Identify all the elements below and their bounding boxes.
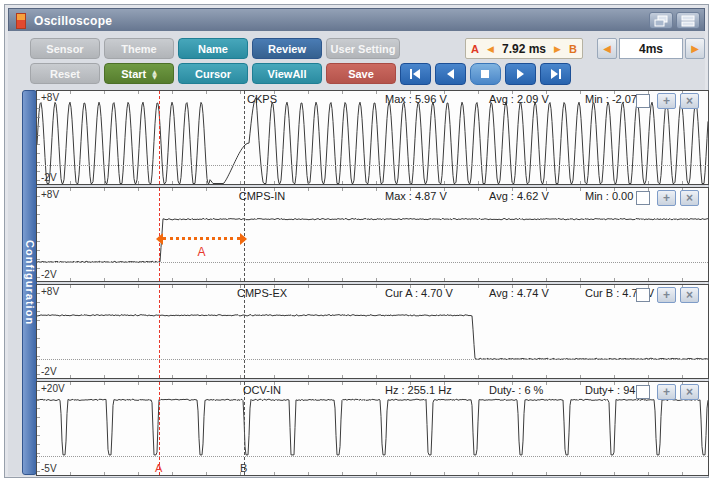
step-back-button[interactable] bbox=[435, 63, 466, 85]
channel-cmps-ex: +8V -2V CMPS-EX Cur A : 4.70 V Avg : 4.7… bbox=[36, 284, 709, 379]
plus-icon: + bbox=[663, 386, 670, 398]
channel-close-button[interactable]: × bbox=[680, 93, 699, 109]
title-bar: Oscilloscope bbox=[8, 8, 705, 33]
channel-max-scale: +8V bbox=[41, 286, 59, 297]
channel-min-scale: -2V bbox=[41, 366, 57, 377]
zero-volt-line bbox=[37, 262, 708, 263]
start-spinner-icon: ▲▼ bbox=[152, 69, 157, 79]
channel-ckps: +8V -2V CKPS Max : 5.96 V Avg : 2.09 V M… bbox=[36, 90, 709, 185]
tile-windows-button[interactable] bbox=[676, 12, 700, 29]
channel-name: CMPS-IN bbox=[222, 190, 302, 202]
toolbar: Sensor Theme Name Review User Setting Re… bbox=[8, 31, 705, 89]
bottom-ticks bbox=[37, 181, 708, 184]
channel-close-button[interactable]: × bbox=[680, 287, 699, 303]
app-icon bbox=[16, 13, 26, 29]
channel-ocv-in: +20V -5V OCV-IN Hz : 255.1 Hz Duty- : 6 … bbox=[36, 381, 709, 476]
channel-expand-button[interactable]: + bbox=[657, 384, 676, 400]
cursor-a-line[interactable] bbox=[159, 91, 160, 184]
restore-windows-button[interactable] bbox=[649, 12, 673, 29]
timebase-value[interactable]: 4ms bbox=[619, 38, 683, 59]
close-icon: × bbox=[686, 386, 693, 398]
view-all-button[interactable]: ViewAll bbox=[252, 63, 322, 84]
reset-button[interactable]: Reset bbox=[30, 63, 100, 84]
view-all-label: ViewAll bbox=[268, 68, 307, 80]
cursor-a-line[interactable] bbox=[159, 285, 160, 378]
arrow-right-icon: ▶ bbox=[554, 44, 561, 54]
stat-max: Max : 4.87 V bbox=[385, 190, 447, 202]
close-icon: × bbox=[686, 95, 693, 107]
channel-name: OCV-IN bbox=[222, 384, 302, 396]
ab-delta-value: 7.92 ms bbox=[502, 42, 546, 56]
step-back-icon bbox=[444, 69, 457, 79]
stat-min: Min : 0.00 V bbox=[585, 190, 644, 202]
configuration-panel-tab[interactable]: Configuration bbox=[22, 90, 37, 475]
left-ticks bbox=[37, 188, 40, 281]
cursor-b-label: B bbox=[569, 43, 577, 55]
review-label: Review bbox=[268, 43, 306, 55]
zero-volt-line bbox=[37, 456, 708, 457]
channel-expand-button[interactable]: + bbox=[657, 190, 676, 206]
zero-volt-line bbox=[37, 165, 708, 166]
left-ticks bbox=[37, 382, 40, 475]
channel-close-button[interactable]: × bbox=[680, 190, 699, 206]
theme-button[interactable]: Theme bbox=[104, 38, 174, 59]
plus-icon: + bbox=[663, 192, 670, 204]
ab-delta-arrow bbox=[163, 237, 240, 240]
bottom-ticks bbox=[37, 278, 708, 281]
close-icon: × bbox=[686, 192, 693, 204]
skip-end-button[interactable] bbox=[540, 63, 571, 85]
user-setting-button[interactable]: User Setting bbox=[326, 38, 400, 59]
stat-cur-a: Cur A : 4.70 V bbox=[385, 287, 453, 299]
oscilloscope-app: Oscilloscope Sensor Theme Name Review Us… bbox=[0, 0, 713, 482]
channel-visibility-checkbox[interactable] bbox=[636, 288, 650, 302]
stop-button[interactable] bbox=[470, 63, 501, 85]
plus-icon: + bbox=[663, 289, 670, 301]
sensor-button[interactable]: Sensor bbox=[30, 38, 100, 59]
tile-windows-icon bbox=[680, 15, 696, 27]
channel-name: CKPS bbox=[222, 93, 302, 105]
channel-visibility-checkbox[interactable] bbox=[636, 385, 650, 399]
stat-max: Max : 5.96 V bbox=[385, 93, 447, 105]
save-button[interactable]: Save bbox=[326, 63, 396, 84]
start-label: Start bbox=[121, 68, 146, 80]
play-button[interactable] bbox=[505, 63, 536, 85]
left-ticks bbox=[37, 285, 40, 378]
cursor-b-marker: B bbox=[240, 462, 247, 474]
skip-end-icon bbox=[549, 69, 562, 79]
ab-cursor-time-readout: A ◀ 7.92 ms ▶ B bbox=[465, 38, 583, 59]
arrow-right-icon: ▶ bbox=[691, 43, 699, 54]
play-icon bbox=[514, 69, 527, 79]
scope-area: Configuration +8V -2V CKPS Max : 5.96 V … bbox=[8, 89, 705, 476]
channel-expand-button[interactable]: + bbox=[657, 287, 676, 303]
bottom-ticks bbox=[37, 472, 708, 475]
cursor-button[interactable]: Cursor bbox=[178, 63, 248, 84]
skip-start-button[interactable] bbox=[400, 63, 431, 85]
channel-max-scale: +8V bbox=[41, 189, 59, 200]
channel-expand-button[interactable]: + bbox=[657, 93, 676, 109]
arrow-left-icon: ◀ bbox=[487, 44, 494, 54]
cursor-label: Cursor bbox=[195, 68, 231, 80]
cursor-a-label: A bbox=[471, 43, 479, 55]
channel-visibility-checkbox[interactable] bbox=[636, 191, 650, 205]
left-ticks bbox=[37, 91, 40, 184]
timebase-increase-button[interactable]: ▶ bbox=[685, 38, 705, 59]
stat-avg: Avg : 4.62 V bbox=[489, 190, 549, 202]
user-setting-label: User Setting bbox=[331, 43, 396, 55]
save-label: Save bbox=[348, 68, 374, 80]
stat-hz: Hz : 255.1 Hz bbox=[385, 384, 452, 396]
configuration-tab-label: Configuration bbox=[24, 240, 36, 325]
channel-name: CMPS-EX bbox=[222, 287, 302, 299]
stop-icon bbox=[479, 69, 492, 79]
start-button[interactable]: Start ▲▼ bbox=[104, 63, 174, 84]
bottom-ticks bbox=[37, 375, 708, 378]
channel-max-scale: +8V bbox=[41, 92, 59, 103]
channel-visibility-checkbox[interactable] bbox=[636, 94, 650, 108]
name-button[interactable]: Name bbox=[178, 38, 248, 59]
skip-start-icon bbox=[409, 69, 422, 79]
review-button[interactable]: Review bbox=[252, 38, 322, 59]
channel-min-scale: -2V bbox=[41, 172, 57, 183]
channel-close-button[interactable]: × bbox=[680, 384, 699, 400]
ab-delta-arrow-label: A bbox=[198, 245, 206, 259]
name-label: Name bbox=[198, 43, 228, 55]
timebase-decrease-button[interactable]: ◀ bbox=[597, 38, 617, 59]
